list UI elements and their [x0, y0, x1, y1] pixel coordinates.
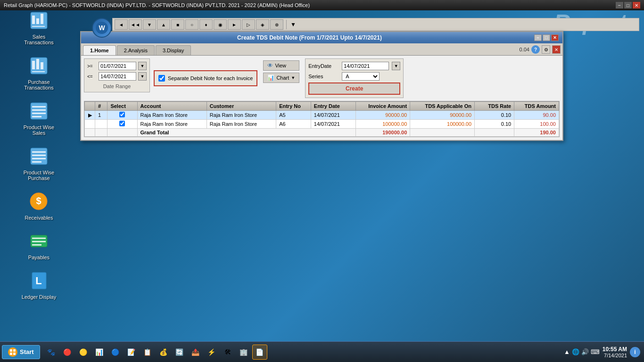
close-button[interactable]: ✕	[633, 2, 640, 8]
row-select-cell	[107, 120, 137, 129]
toolbar-btn-10[interactable]: ▷	[242, 19, 255, 30]
row-tds-amount: 100.00	[514, 120, 559, 129]
tds-data-table: # Select Account Customer Entry No Entry…	[84, 101, 559, 137]
taskbar-icon-active[interactable]: 📄	[252, 345, 267, 360]
sidebar-item-purchase-transactions[interactable]: PurchaseTransactions	[2, 50, 75, 94]
chart-button[interactable]: 📊 Chart ▼	[263, 73, 299, 83]
dialog-minimize-button[interactable]: −	[534, 34, 542, 41]
row-account: Raja Ram Iron Store	[137, 120, 206, 129]
toolbar-btn-2[interactable]: ◄◄	[129, 19, 142, 30]
row-select-checkbox[interactable]	[119, 112, 125, 117]
taskbar-icon-13[interactable]: 🏢	[236, 345, 251, 360]
toolbar-btn-3[interactable]: ▼	[143, 19, 156, 30]
sidebar-item-ledger-display[interactable]: L Ledger Display	[2, 265, 75, 304]
purchase-transactions-label: PurchaseTransactions	[24, 79, 54, 90]
row-invoice-amount: 100000.00	[355, 120, 410, 129]
toolbar-btn-5[interactable]: ■	[171, 19, 184, 30]
dialog-restore-button[interactable]: □	[543, 34, 550, 41]
taskbar-icon-9[interactable]: 🔄	[172, 345, 187, 360]
create-button[interactable]: Create	[308, 82, 400, 95]
date-to-row: <= ▼	[87, 72, 147, 81]
tab-home[interactable]: 1.Home	[83, 45, 116, 55]
toolbar-btn-4[interactable]: ▲	[157, 19, 170, 30]
product-wise-purchase-icon	[27, 144, 51, 168]
row-entry-no: A6	[276, 120, 311, 129]
gte-label: >=	[87, 64, 97, 69]
taskbar-icon-11[interactable]: ⚡	[204, 345, 219, 360]
date-range-label: Date Range	[87, 83, 147, 89]
gt-label: Grand Total	[137, 129, 355, 137]
row-select-checkbox[interactable]	[119, 121, 125, 126]
taskbar-icon-12[interactable]: 🛠	[220, 345, 235, 360]
taskbar-icon-6[interactable]: 📝	[124, 345, 139, 360]
row-entry-date: 14/07/2021	[311, 111, 355, 120]
toolbar-btn-12[interactable]: ⊕	[270, 19, 283, 30]
taskbar-icon-2[interactable]: 🔴	[60, 345, 75, 360]
svg-rect-12	[32, 109, 46, 111]
row-invoice-amount: 90000.00	[355, 111, 410, 120]
settings-button[interactable]: ⚙	[542, 45, 550, 54]
svg-rect-6	[32, 61, 35, 69]
toolbar-btn-11[interactable]: ◈	[256, 19, 269, 30]
toolbar-btn-1[interactable]: ◄	[115, 19, 128, 30]
minimize-button[interactable]: −	[616, 2, 623, 8]
tray-icon-volume[interactable]: 🔊	[581, 348, 589, 355]
toolbar-btn-6[interactable]: ○	[185, 19, 198, 30]
tray-icon-keyboard[interactable]: ⌨	[591, 348, 600, 355]
svg-rect-1	[32, 16, 35, 24]
col-num: #	[95, 102, 107, 111]
taskbar-icon-8[interactable]: 💰	[156, 345, 171, 360]
toolbar-btn-9[interactable]: ►	[228, 19, 241, 30]
start-icon	[8, 347, 17, 357]
tray-icon-1[interactable]: ▲	[564, 348, 570, 355]
sidebar-item-payables[interactable]: Payables	[2, 225, 75, 264]
product-wise-purchase-label: Product WisePurchase	[24, 170, 54, 181]
sidebar-item-product-wise-purchase[interactable]: Product WisePurchase	[2, 140, 75, 185]
gt-num	[95, 129, 107, 137]
separate-debit-note-label: Separate Debit Note for each Invoice	[168, 75, 253, 81]
date-to-input[interactable]	[99, 72, 136, 81]
sidebar-item-product-wise-sales[interactable]: Product WiseSales	[2, 95, 75, 140]
taskbar-icon-7[interactable]: 📋	[140, 345, 155, 360]
close-dialog-button[interactable]: ✕	[552, 45, 561, 54]
entry-date-picker[interactable]: ▼	[392, 62, 400, 70]
series-select[interactable]: A	[342, 72, 380, 81]
maximize-button[interactable]: □	[624, 2, 632, 8]
col-tds-rate: TDS Rate	[475, 102, 514, 111]
tds-dialog: Create TDS Debit Note (From 1/7/2021 Upt…	[80, 31, 563, 141]
toolbar-dropdown-arrow[interactable]: ▼	[289, 21, 297, 28]
toolbar-btn-8[interactable]: ◉	[214, 19, 227, 30]
data-table-container: # Select Account Customer Entry No Entry…	[84, 101, 560, 137]
separate-debit-note-checkbox[interactable]	[158, 75, 165, 82]
date-from-input[interactable]	[99, 62, 136, 70]
dialog-close-button[interactable]: ✕	[551, 34, 559, 41]
taskbar-icon-5[interactable]: 🔵	[108, 345, 123, 360]
taskbar-icon-1[interactable]: 🐾	[44, 345, 59, 360]
row-tds-rate: 0.10	[475, 111, 514, 120]
notification-button[interactable]: i	[630, 347, 640, 357]
grand-total-row: Grand Total 190000.00 190.00	[85, 129, 559, 137]
desktop: Reports Retail Graph (HARIOM-PC) - SOFTW…	[0, 0, 644, 362]
svg-rect-23	[32, 238, 46, 239]
sidebar-item-receivables[interactable]: $ Receivables	[2, 186, 75, 224]
help-button[interactable]: ?	[531, 45, 540, 54]
date-to-picker[interactable]: ▼	[138, 72, 147, 81]
entry-date-input[interactable]	[342, 62, 389, 70]
tab-display[interactable]: 3.Display	[156, 45, 191, 55]
start-label: Start	[20, 348, 34, 355]
view-button[interactable]: 👁 View	[263, 60, 299, 71]
svg-rect-11	[32, 106, 46, 107]
row-entry-no: A5	[276, 111, 311, 120]
toolbar-btn-7[interactable]: ♦	[199, 19, 213, 30]
taskbar-icon-3[interactable]: 🟡	[76, 345, 91, 360]
tray-icon-network[interactable]: 🌐	[572, 348, 579, 355]
start-button[interactable]: Start	[2, 345, 40, 359]
date-from-picker[interactable]: ▼	[138, 62, 147, 70]
tab-analysis[interactable]: 2.Analysis	[117, 45, 155, 55]
dialog-title-text: Create TDS Debit Note (From 1/7/2021 Upt…	[85, 34, 534, 41]
taskbar-icon-4[interactable]: 📊	[92, 345, 107, 360]
taskbar-icon-10[interactable]: 📤	[188, 345, 203, 360]
sidebar-item-sales-transactions[interactable]: SalesTransactions	[2, 5, 75, 49]
table-row: Raja Ram Iron Store Raja Ram Iron Store …	[85, 120, 559, 129]
clock-time: 10:55 AM	[603, 346, 627, 353]
